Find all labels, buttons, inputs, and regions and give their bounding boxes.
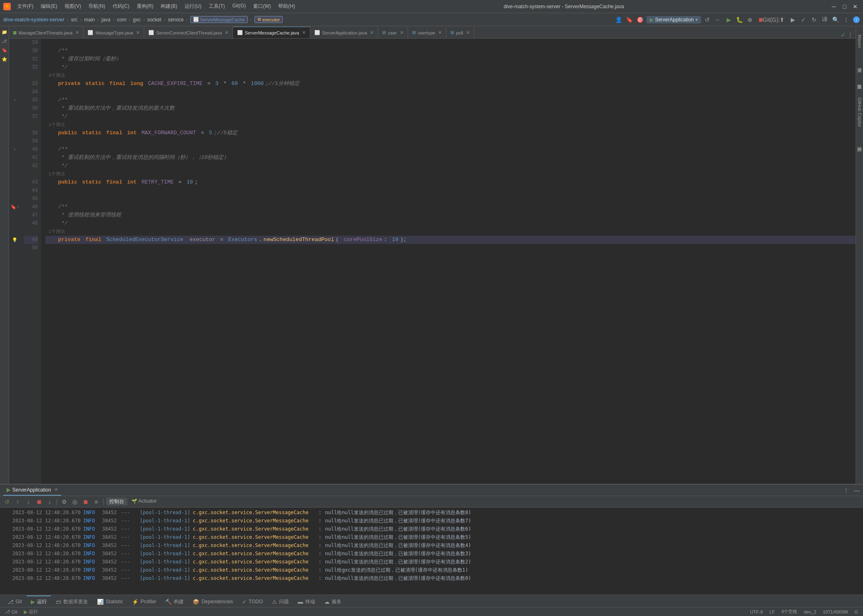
nav-socket[interactable]: socket: [147, 17, 162, 23]
nav-bookmark-icon[interactable]: 🔖: [625, 15, 634, 24]
btool-terminal[interactable]: ▬ 终端: [294, 595, 319, 607]
nav-gxc[interactable]: gxc: [133, 17, 141, 23]
nav-coverage-icon[interactable]: ⊕: [745, 15, 755, 24]
nav-debug-icon[interactable]: 🐛: [735, 15, 744, 24]
nav-back-icon[interactable]: ←: [713, 15, 722, 24]
nav-user-icon[interactable]: 👤: [614, 15, 623, 24]
nav-com[interactable]: com: [117, 17, 127, 23]
sidebar-commit-icon[interactable]: ⎇: [0, 37, 9, 45]
menu-tools[interactable]: 工具(T): [205, 2, 228, 11]
btool-todo[interactable]: ✓ TODO: [238, 595, 267, 607]
fold-icon-35[interactable]: ▾: [14, 98, 16, 103]
menu-refactor[interactable]: 重构(R): [134, 2, 157, 11]
tab-close-app[interactable]: ✕: [370, 30, 374, 35]
btool-profiler[interactable]: ⚡ Profiler: [128, 595, 160, 607]
bottom-panel-more-icon[interactable]: ⋮: [843, 487, 849, 494]
nav-java[interactable]: java: [102, 17, 111, 23]
btool-services[interactable]: ☁ 服务: [320, 595, 346, 607]
restart-btn[interactable]: ↺: [2, 497, 12, 506]
menu-run[interactable]: 运行(U): [181, 2, 205, 11]
btool-run[interactable]: ▶ 运行: [27, 595, 51, 607]
tab-manage-client-threads[interactable]: ManageClientThreads.java ✕: [9, 27, 83, 38]
close-button[interactable]: ✕: [851, 2, 860, 11]
subtab-actuator[interactable]: 🌱 Actuator: [128, 498, 160, 506]
menu-build[interactable]: 构建(B): [157, 2, 180, 11]
nav-loop-icon[interactable]: ↻: [810, 15, 819, 24]
nav-main[interactable]: main: [84, 17, 95, 23]
tab-poll[interactable]: ⊞ poll ✕: [446, 27, 474, 38]
btool-problems[interactable]: ⚠ 问题: [268, 595, 293, 607]
sidebar-maven-label[interactable]: Maven: [857, 34, 862, 48]
fold-icon-40[interactable]: ▾: [14, 147, 16, 152]
tab-close-cache[interactable]: ✕: [302, 30, 306, 35]
tab-close-poll[interactable]: ✕: [466, 30, 470, 35]
nav-play-icon[interactable]: ▶: [724, 15, 733, 24]
nav-target-icon[interactable]: 🎯: [636, 15, 645, 24]
nav-refresh-icon[interactable]: ↺: [703, 15, 712, 24]
btool-deps[interactable]: 📦 Dependencies: [189, 595, 237, 607]
nav-upload-icon[interactable]: ⬆: [778, 15, 787, 24]
menu-nav[interactable]: 导航(N): [85, 2, 108, 11]
bottom-tab-close[interactable]: ✕: [54, 487, 58, 492]
fold-icon-46[interactable]: ▾: [16, 205, 19, 209]
menu-edit[interactable]: 编辑(E): [37, 2, 60, 11]
scroll-down-btn[interactable]: ↓: [24, 497, 33, 506]
status-encoding-item[interactable]: UTF-8: [748, 609, 764, 614]
status-run-item[interactable]: ▶ 运行: [22, 609, 39, 615]
status-branch-item[interactable]: dev_2: [802, 609, 818, 614]
menu-btn[interactable]: ⏹: [81, 497, 90, 506]
scroll-up-btn[interactable]: ↑: [13, 497, 22, 506]
tab-close-user[interactable]: ✕: [400, 30, 404, 35]
sidebar-bookmark-icon[interactable]: 🔖: [0, 46, 9, 54]
status-git-item[interactable]: ⎇ Git: [3, 609, 19, 614]
bottom-panel-tab-server-app[interactable]: ▶ ServerApplication ✕: [3, 485, 61, 496]
bookmark-icon-46[interactable]: 🔖: [10, 204, 16, 210]
menu-file[interactable]: 文件(F): [14, 2, 37, 11]
nav-file-tag[interactable]: ⬜ ServerMessageCache: [190, 16, 248, 23]
menu-view[interactable]: 视图(V): [61, 2, 84, 11]
tab-close-usertype[interactable]: ✕: [438, 30, 442, 35]
menu-code[interactable]: 代码(C): [109, 2, 133, 11]
nav-checkmark-icon[interactable]: ✓: [799, 15, 808, 24]
nav-git-icon[interactable]: Git(G):: [767, 15, 776, 24]
status-lf-item[interactable]: LF: [768, 609, 776, 614]
server-app-btn[interactable]: ▶ ServerApplication ▾: [646, 16, 701, 23]
code-editor[interactable]: ▾ ▾: [9, 39, 856, 484]
tab-server-connect[interactable]: ⬜ ServerConnectClientThread.java ✕: [144, 27, 233, 38]
nav-translate-icon[interactable]: 译: [820, 15, 829, 24]
maximize-button[interactable]: □: [840, 2, 849, 11]
tab-close-msg[interactable]: ✕: [136, 30, 140, 35]
tab-user[interactable]: ⊞ user ✕: [378, 27, 408, 38]
nav-src[interactable]: src: [71, 17, 78, 23]
minimize-button[interactable]: ─: [829, 2, 838, 11]
code-content[interactable]: /** * 缓存过期时间（毫秒） */ 3个用法 private stati: [41, 39, 856, 484]
nav-service[interactable]: service: [168, 17, 184, 23]
nav-executor-tag[interactable]: ⚙ executor: [254, 16, 283, 23]
nav-search-icon[interactable]: 🔍: [831, 15, 840, 24]
stop-btn[interactable]: ⏹: [35, 497, 44, 506]
btool-statistic[interactable]: 📊 Statistic: [93, 595, 127, 607]
tab-usertype[interactable]: ⊞ usertype ✕: [408, 27, 446, 38]
tab-server-application[interactable]: ⬜ ServerApplication.java ✕: [310, 27, 378, 38]
bottom-panel-minimize-icon[interactable]: —: [854, 487, 860, 494]
menu-bar[interactable]: 文件(F) 编辑(E) 视图(V) 导航(N) 代码(C) 重构(R) 构建(B…: [14, 2, 298, 11]
menu-window[interactable]: 窗口(W): [250, 2, 274, 11]
nav-run-icon[interactable]: ▶: [788, 15, 797, 24]
log-area[interactable]: 2023-08-12 12:48:20.670 INFO 38452 --- […: [0, 508, 863, 595]
status-lang-item[interactable]: G: [853, 609, 860, 614]
sidebar-project-icon[interactable]: 📁: [0, 28, 9, 36]
tab-more-icon[interactable]: ⋮: [847, 32, 853, 38]
status-linecol-item[interactable]: 1071/4000M: [821, 609, 849, 614]
sidebar-copilot-label[interactable]: GitHub Copilot: [857, 97, 862, 127]
nav-more-icon[interactable]: ⋮: [842, 15, 851, 24]
subtab-console[interactable]: 控制台: [106, 498, 127, 506]
btool-db-changes[interactable]: 🗃 数据库更改: [52, 595, 92, 607]
sidebar-star-icon[interactable]: ⭐: [0, 55, 9, 63]
tab-message-type[interactable]: ⬜ MessageType.java ✕: [83, 27, 144, 38]
project-name[interactable]: dive-match-system-server: [3, 17, 65, 23]
check-mark-icon[interactable]: ✓: [841, 32, 846, 38]
btool-build[interactable]: 🔨 构建: [161, 595, 188, 607]
filter-btn[interactable]: ↓: [45, 497, 54, 506]
tab-close-manage[interactable]: ✕: [75, 30, 79, 35]
window-controls[interactable]: ─ □ ✕: [829, 2, 860, 11]
